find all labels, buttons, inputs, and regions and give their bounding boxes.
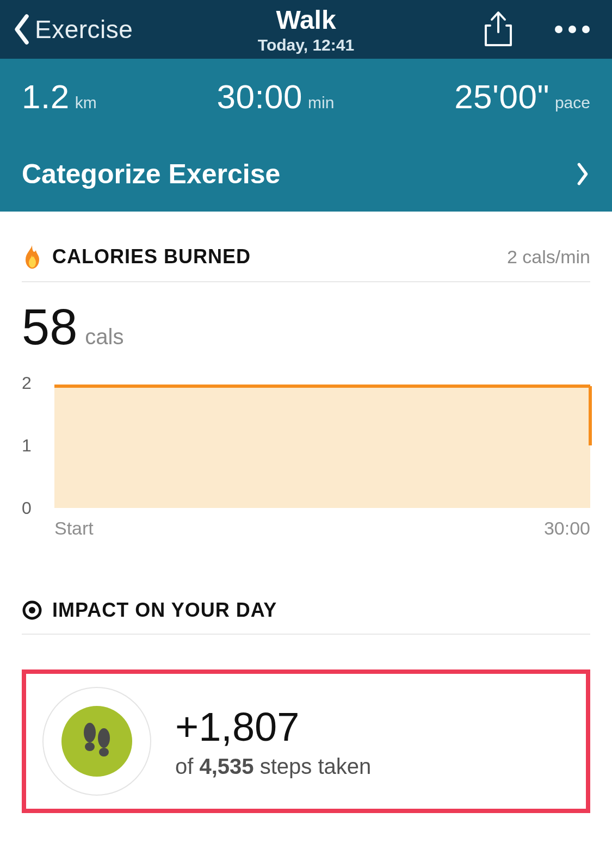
footsteps-icon xyxy=(78,720,116,763)
back-button[interactable]: Exercise xyxy=(11,13,152,46)
of-word: of xyxy=(175,754,193,778)
calories-total: 58 cals xyxy=(22,282,590,383)
distance-unit: km xyxy=(75,94,97,112)
svg-point-8 xyxy=(98,728,110,748)
header-title-block: Walk Today, 12:41 xyxy=(152,5,460,54)
share-icon xyxy=(483,10,514,48)
chart-y-axis: 012 xyxy=(22,383,48,508)
summary-band: 1.2 km 30:00 min 25'00" pace Categorize … xyxy=(0,59,612,212)
svg-point-7 xyxy=(85,742,95,751)
svg-point-9 xyxy=(99,748,109,757)
more-icon xyxy=(553,24,591,35)
steps-tail: steps taken xyxy=(260,754,372,778)
steps-impact-card[interactable]: +1,807 of 4,535 steps taken xyxy=(22,669,590,813)
more-button[interactable] xyxy=(553,24,591,35)
pace-value: 25'00" xyxy=(454,77,549,116)
svg-point-3 xyxy=(582,26,590,33)
calories-section: CALORIES BURNED 2 cals/min 58 cals 012 S… xyxy=(22,244,590,539)
calories-rate: 2 cals/min xyxy=(507,246,590,268)
duration-value: 30:00 xyxy=(217,77,302,116)
x-start-label: Start xyxy=(54,518,94,539)
activity-title: Walk xyxy=(276,5,336,35)
steps-total: 4,535 xyxy=(199,754,254,778)
back-label: Exercise xyxy=(35,15,133,44)
impact-title: IMPACT ON YOUR DAY xyxy=(52,599,277,622)
steps-impact-text: +1,807 of 4,535 steps taken xyxy=(175,704,371,779)
y-tick-label: 2 xyxy=(22,373,32,393)
chevron-left-icon xyxy=(11,13,33,46)
steps-badge xyxy=(42,687,151,796)
distance-value: 1.2 xyxy=(22,77,70,116)
calories-value: 58 xyxy=(22,299,77,356)
calories-title: CALORIES BURNED xyxy=(52,245,251,268)
share-button[interactable] xyxy=(483,10,514,48)
x-end-label: 30:00 xyxy=(544,518,590,539)
svg-point-6 xyxy=(84,723,96,742)
stat-duration: 30:00 min xyxy=(217,77,334,116)
y-tick-label: 1 xyxy=(22,436,32,456)
chart-plot-area xyxy=(54,383,590,508)
steps-added: +1,807 xyxy=(175,704,371,750)
activity-time: Today, 12:41 xyxy=(258,36,354,54)
chevron-right-icon xyxy=(575,162,590,186)
y-tick-label: 0 xyxy=(22,498,32,518)
target-icon xyxy=(22,600,42,621)
app-header: Exercise Walk Today, 12:41 xyxy=(0,0,612,59)
categorize-exercise-row[interactable]: Categorize Exercise xyxy=(22,146,590,212)
duration-unit: min xyxy=(308,94,334,112)
pace-unit: pace xyxy=(555,94,590,112)
impact-section: IMPACT ON YOUR DAY +1,807 xyxy=(22,599,590,813)
categorize-label: Categorize Exercise xyxy=(22,158,280,190)
stat-pace: 25'00" pace xyxy=(454,77,590,116)
svg-point-5 xyxy=(29,607,35,613)
stat-distance: 1.2 km xyxy=(22,77,97,116)
flame-icon xyxy=(22,244,42,269)
svg-point-2 xyxy=(568,26,576,33)
svg-point-1 xyxy=(555,26,562,33)
calories-chart: 012 xyxy=(22,383,590,508)
calories-unit: cals xyxy=(85,325,123,349)
chart-x-axis: Start 30:00 xyxy=(54,508,590,539)
